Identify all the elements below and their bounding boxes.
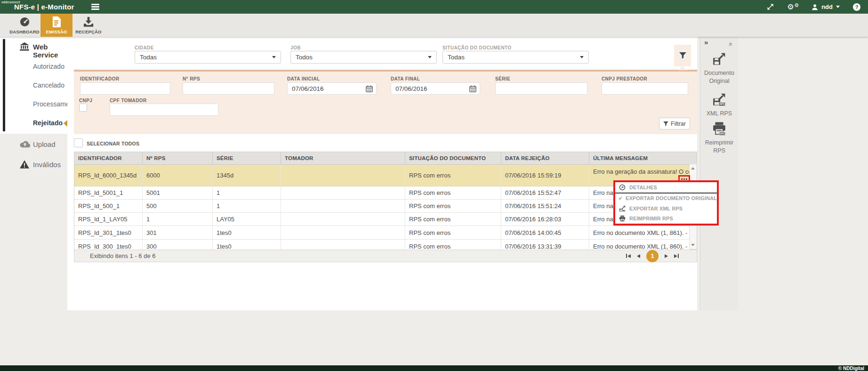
calendar-icon[interactable] [469,85,476,92]
col-nrps[interactable]: Nº RPS [143,152,213,164]
cell-nrps: 6000 [143,165,213,186]
sidebar-item-cancelado[interactable]: Cancelado [33,81,64,89]
menu-item-exportar-xml-rps[interactable]: EXPORTAR XML RPS [615,203,717,214]
collapse-sidebar-icon[interactable]: » [704,38,708,46]
hamburger-menu-icon[interactable] [89,2,101,12]
settings-gears-icon[interactable]: ⚙ ⚙ [787,3,798,11]
data-inicial-input[interactable] [291,85,366,93]
cell-serie: 1 [213,186,281,199]
cell-identificador: RPS_Id_6000_1345d [74,165,143,186]
filtrar-button[interactable]: Filtrar [659,118,690,129]
nrps-label: N° RPS [183,76,200,81]
action-xml-rps[interactable]: RPS XML RPS [700,92,738,118]
job-select[interactable]: Todos [290,51,437,64]
previous-page-button[interactable] [637,254,640,258]
header-actions: ⚙ ⚙ ndd ? [767,3,868,11]
copyright-text: © NDDigital [838,366,864,371]
tab-recepcao[interactable]: RECEPÇÃO [72,14,104,37]
menu-item-detalhes[interactable]: DETALHES [615,182,717,194]
action-documento-original[interactable]: Documento Original [700,52,738,85]
filter-toggle-button[interactable] [674,45,691,66]
table-row[interactable]: RPS_Id_500_1 500 1 RPS com erros 07/06/2… [74,200,690,213]
scroll-up-icon[interactable] [691,167,695,169]
cnpj-label: CNPJ [79,98,92,103]
cell-data-rejeicao: 07/06/2016 14:00:45 [501,226,589,239]
action-label: Documento Original [702,69,736,85]
last-page-button[interactable] [674,254,679,258]
filter-panel: IDENTIFICADOR N° RPS DATA INICIAL DATA F… [74,70,697,134]
first-page-button[interactable] [626,254,631,258]
table-row[interactable]: RPS_Id_5001_1 5001 1 RPS com erros 07/06… [74,186,690,200]
cnpj-prestador-label: CNPJ PRESTADOR [602,76,647,81]
tab-dashboard[interactable]: DASHBOARD [8,14,40,37]
cell-serie: LAY05 [213,213,281,226]
cnpj-prestador-input[interactable] [602,82,688,95]
sidebar-item-invalidos[interactable]: Inválidos [33,161,61,169]
menu-item-reimprimir-rps[interactable]: REIMPRIMIR RPS [615,214,717,224]
page-footer: © NDDigital [0,365,868,371]
action-reimprimir-rps[interactable]: RPS Reimprimir RPS [700,121,738,155]
app-title: NFS-e | e-Monitor [14,3,74,11]
cell-nrps: 1 [143,213,213,226]
bank-icon [20,42,29,51]
tab-label: DASHBOARD [9,29,40,34]
cell-nrps: 500 [143,200,213,212]
cell-serie: 1345d [213,165,281,186]
select-all-checkbox[interactable] [74,138,83,147]
tab-emissao[interactable]: EMISSÃO [40,14,72,37]
sidebar-item-rejeitado[interactable]: Rejeitado [33,119,63,127]
cell-tomador [281,200,405,212]
ellipsis-icon [681,178,683,180]
right-sidebar: » Documento Original RPS XML RPS RPS Rei… [700,37,738,310]
col-identificador[interactable]: IDENTIFICADOR [74,152,143,164]
calendar-icon[interactable] [366,85,373,92]
menu-item-exportar-documento-original[interactable]: EXPORTAR DOCUMENTO ORIGINAL [615,194,717,204]
group-accent-strip [3,39,5,131]
cell-tomador [281,186,405,199]
col-serie[interactable]: SÉRIE [213,152,281,164]
next-page-button[interactable] [665,254,668,258]
table-row[interactable]: RPS_Id_301_1tes0 301 1tes0 RPS com erros… [74,226,690,240]
svg-text:RPS: RPS [719,103,724,105]
row-context-menu: DETALHES EXPORTAR DOCUMENTO ORIGINAL EXP… [613,180,719,226]
cell-serie: 1 [213,200,281,212]
col-ultima-mensagem[interactable]: ÚLTIMA MENSAGEM [589,152,697,164]
table-row[interactable]: RPS_Id_6000_1345d 6000 1345d RPS com err… [74,165,690,186]
cidade-select[interactable]: Todas [135,51,281,64]
collapse-tabbar-icon[interactable]: « [728,42,734,46]
help-button[interactable]: ? [853,3,860,11]
col-data-rejeicao[interactable]: DATA REJEIÇÃO [501,152,589,164]
fullscreen-expand-icon[interactable] [767,3,774,10]
col-tomador[interactable]: TOMADOR [281,152,405,164]
sidebar-item-autorizado[interactable]: Autorizado [33,63,64,70]
nrps-input[interactable] [183,82,274,95]
items-status-text: Exibindo itens 1 - 6 de 6 [90,252,155,259]
serie-input[interactable] [495,82,587,95]
situacao-label: SITUAÇÃO DO DOCUMENTO [442,45,512,50]
filter-panel-notch [678,66,687,70]
sidebar-item-upload[interactable]: Upload [33,140,56,148]
cell-situacao: RPS com erros [405,200,501,212]
cell-identificador: RPS_Id_1_LAY05 [74,213,143,226]
data-final-input[interactable] [394,85,469,93]
data-final-field [391,82,480,95]
menu-item-label: REIMPRIMIR RPS [629,216,673,221]
dashboard-gauge-icon [19,16,30,27]
job-value: Todos [296,54,313,61]
scroll-down-icon[interactable] [691,244,695,246]
cell-data-rejeicao: 07/06/2016 16:28:03 [501,213,589,226]
col-situacao[interactable]: SITUAÇÃO DO DOCUMENTO [405,152,501,164]
sidebar-item-web-service[interactable]: Web Service [33,43,67,59]
table-row[interactable]: RPS_Id_1_LAY05 1 LAY05 RPS com erros 07/… [74,213,690,226]
cpf-tomador-input[interactable] [110,104,218,116]
identificador-input[interactable] [80,82,170,95]
funnel-icon [663,121,668,126]
user-menu[interactable]: ndd [812,3,840,10]
app-root: nddconnect NFS-e | e-Monitor ⚙ ⚙ ndd ? [0,0,868,371]
current-page-badge[interactable]: 1 [646,250,659,262]
cnpj-checkbox[interactable] [79,104,87,112]
main-panel: CIDADE Todas JOB Todos SITUAÇÃO DO DOCUM… [67,37,697,310]
job-label: JOB [290,45,301,50]
action-label: XML RPS [702,110,736,118]
situacao-select[interactable]: Todas [442,51,589,64]
